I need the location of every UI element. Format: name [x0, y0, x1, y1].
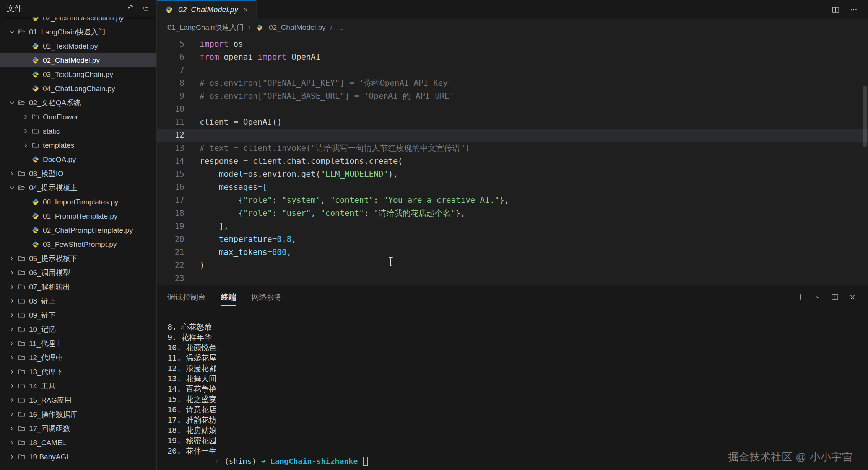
tree-item-label: 04_提示模板上	[29, 183, 78, 193]
tree-folder-02_文档QA系统[interactable]: 02_文档QA系统	[0, 96, 156, 110]
line-number: 10	[157, 103, 184, 116]
tree-folder-09_链下[interactable]: 09_链下	[0, 308, 156, 322]
code-line-17[interactable]: 17 {"role": "system", "content": "You ar…	[157, 194, 868, 207]
panel-tab-终端[interactable]: 终端	[221, 289, 236, 306]
split-terminal-button[interactable]	[831, 293, 839, 302]
tree-folder-16_操作数据库[interactable]: 16_操作数据库	[0, 407, 156, 421]
tree-folder-templates[interactable]: templates	[0, 138, 156, 152]
watermark: 掘金技术社区 @ 小小宇宙	[728, 450, 853, 464]
tree-item-label: 03_TextLangChain.py	[43, 70, 113, 79]
tree-file-00_ImportTemplates.py[interactable]: 00_ImportTemplates.py	[0, 195, 156, 209]
line-content: )	[184, 259, 205, 272]
code-editor[interactable]: 5import os6from openai import OpenAI78# …	[157, 36, 868, 285]
file-tree[interactable]: 02_PictureDescription.py01_LangChain快速入门…	[0, 17, 156, 470]
tree-file-01_TextModel.py[interactable]: 01_TextModel.py	[0, 39, 156, 53]
tree-folder-12_代理中[interactable]: 12_代理中	[0, 351, 156, 365]
tree-folder-13_代理下[interactable]: 13_代理下	[0, 365, 156, 379]
chevron-right-icon	[7, 340, 17, 347]
tab-close-icon[interactable]	[243, 7, 249, 13]
terminal-line: 12. 浪漫花都	[167, 363, 868, 374]
tree-folder-15_RAG应用[interactable]: 15_RAG应用	[0, 393, 156, 407]
tree-item-label: 08_链上	[29, 296, 56, 306]
tree-file-02_PictureDescription.py[interactable]: 02_PictureDescription.py	[0, 17, 156, 25]
tree-file-04_ChatLongChain.py[interactable]: 04_ChatLongChain.py	[0, 82, 156, 96]
tab-02-chatmodel[interactable]: 02_ChatModel.py	[157, 0, 257, 19]
tree-folder-03_模型IO[interactable]: 03_模型IO	[0, 166, 156, 181]
new-folder-button[interactable]	[141, 4, 150, 13]
code-line-15[interactable]: 15 model=os.environ.get("LLM_MODELEND"),	[157, 168, 868, 181]
close-panel-button[interactable]	[848, 293, 857, 301]
code-line-9[interactable]: 9# os.environ["OPENAI_BASE_URL"] = 'Open…	[157, 90, 868, 103]
tree-folder-08_链上[interactable]: 08_链上	[0, 294, 156, 308]
code-line-21[interactable]: 21 max_tokens=600,	[157, 246, 868, 259]
line-number: 9	[157, 90, 184, 103]
breadcrumb-more[interactable]: ...	[337, 23, 343, 32]
code-line-19[interactable]: 19 ],	[157, 220, 868, 233]
new-file-icon	[127, 5, 134, 12]
chevron-right-icon	[21, 128, 31, 134]
split-editor-button[interactable]	[831, 5, 840, 14]
terminal-profile-dropdown[interactable]	[814, 294, 821, 301]
tree-folder-07_解析输出[interactable]: 07_解析输出	[0, 280, 156, 294]
tree-folder-06_调用模型[interactable]: 06_调用模型	[0, 266, 156, 280]
line-content: import os	[184, 38, 243, 51]
new-terminal-button[interactable]	[796, 293, 805, 301]
tree-file-03_TextLangChain.py[interactable]: 03_TextLangChain.py	[0, 67, 156, 82]
code-line-16[interactable]: 16 messages=[	[157, 181, 868, 194]
tree-folder-01_LangChain快速入门[interactable]: 01_LangChain快速入门	[0, 25, 156, 39]
tree-item-label: 11_代理上	[29, 339, 62, 349]
code-line-5[interactable]: 5import os	[157, 38, 868, 51]
tree-folder-05_提示模板下[interactable]: 05_提示模板下	[0, 251, 156, 266]
chevron-right-icon	[7, 454, 17, 460]
tree-folder-19 BabyAGI[interactable]: 19 BabyAGI	[0, 450, 156, 464]
editor-actions	[831, 0, 868, 19]
code-line-7[interactable]: 7	[157, 64, 868, 77]
code-line-14[interactable]: 14response = client.chat.completions.cre…	[157, 155, 868, 168]
code-line-10[interactable]: 10	[157, 103, 868, 116]
code-line-13[interactable]: 13# text = client.invoke("请给我写一句情人节红玫瑰的中…	[157, 142, 868, 155]
close-icon	[849, 294, 856, 300]
code-line-6[interactable]: 6from openai import OpenAI	[157, 51, 868, 64]
tree-file-02_ChatPromptTemplate.py[interactable]: 02_ChatPromptTemplate.py	[0, 223, 156, 237]
tree-folder-18_CAMEL[interactable]: 18_CAMEL	[0, 436, 156, 450]
editor-scrollbar[interactable]	[863, 86, 867, 147]
chevron-right-icon	[7, 269, 17, 276]
prompt-arrow: ➜	[261, 456, 266, 467]
panel-tab-调试控制台[interactable]: 调试控制台	[167, 289, 206, 306]
terminal[interactable]: 8. 心花怒放9. 花样年华10. 花颜悦色11. 温馨花屋12. 浪漫花都13…	[157, 309, 868, 470]
panel-header: 调试控制台终端网络服务	[157, 285, 868, 309]
code-line-23[interactable]: 23	[157, 272, 868, 285]
code-line-22[interactable]: 22)	[157, 259, 868, 272]
tree-file-01_PromptTemplate.py[interactable]: 01_PromptTemplate.py	[0, 209, 156, 223]
python-file-icon	[31, 57, 40, 64]
tree-folder-14_工具[interactable]: 14_工具	[0, 379, 156, 393]
code-line-12[interactable]: 12	[157, 129, 868, 142]
tree-folder-17_回调函数[interactable]: 17_回调函数	[0, 421, 156, 436]
tree-folder-04_提示模板上[interactable]: 04_提示模板上	[0, 181, 156, 195]
tree-file-02_ChatModel.py[interactable]: 02_ChatModel.py	[0, 53, 156, 67]
panel-tab-网络服务[interactable]: 网络服务	[252, 289, 282, 306]
tree-file-03_FewShotPrompt.py[interactable]: 03_FewShotPrompt.py	[0, 237, 156, 251]
code-line-8[interactable]: 8# os.environ["OPENAI_API_KEY"] = '你的Ope…	[157, 77, 868, 90]
new-file-button[interactable]	[127, 4, 135, 13]
tree-folder-static[interactable]: static	[0, 124, 156, 138]
editor-area: 02_ChatModel.py 01_LangChain快速入门 / 02_Ch	[157, 0, 868, 470]
folder-icon	[17, 368, 26, 375]
breadcrumb-folder[interactable]: 01_LangChain快速入门	[167, 23, 244, 33]
more-actions-button[interactable]	[849, 5, 858, 14]
chevron-down-icon	[7, 100, 17, 106]
line-number: 21	[157, 246, 184, 259]
tree-item-label: static	[43, 127, 60, 135]
tree-item-label: 10_记忆	[29, 325, 56, 335]
tree-item-label: DocQA.py	[43, 155, 76, 164]
tree-folder-10_记忆[interactable]: 10_记忆	[0, 322, 156, 336]
tree-folder-11_代理上[interactable]: 11_代理上	[0, 336, 156, 351]
breadcrumb-file[interactable]: 02_ChatModel.py	[269, 23, 326, 32]
tree-file-DocQA.py[interactable]: DocQA.py	[0, 152, 156, 166]
tree-item-label: 06_调用模型	[29, 268, 70, 278]
tree-folder-OneFlower[interactable]: OneFlower	[0, 110, 156, 124]
code-line-18[interactable]: 18 {"role": "user", "content": "请给我的花店起个…	[157, 207, 868, 220]
folder-icon	[17, 340, 26, 347]
code-line-20[interactable]: 20 temperature=0.8,	[157, 233, 868, 246]
code-line-11[interactable]: 11client = OpenAI()	[157, 116, 868, 129]
